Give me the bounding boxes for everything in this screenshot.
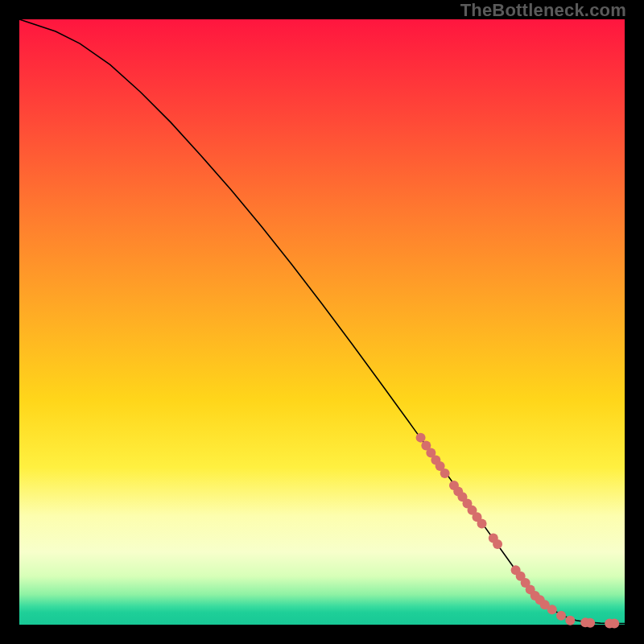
data-point <box>493 539 502 549</box>
data-point <box>416 433 426 443</box>
data-point <box>556 611 566 621</box>
data-point <box>440 469 450 478</box>
chart-svg <box>19 19 625 625</box>
chart-area <box>19 19 625 625</box>
data-point <box>477 518 487 528</box>
data-point <box>609 619 619 629</box>
data-points <box>416 433 620 629</box>
curve-line <box>19 19 625 624</box>
data-point <box>547 605 557 614</box>
data-point <box>565 616 575 625</box>
data-point <box>585 618 595 628</box>
watermark-text: TheBottleneck.com <box>460 0 626 21</box>
